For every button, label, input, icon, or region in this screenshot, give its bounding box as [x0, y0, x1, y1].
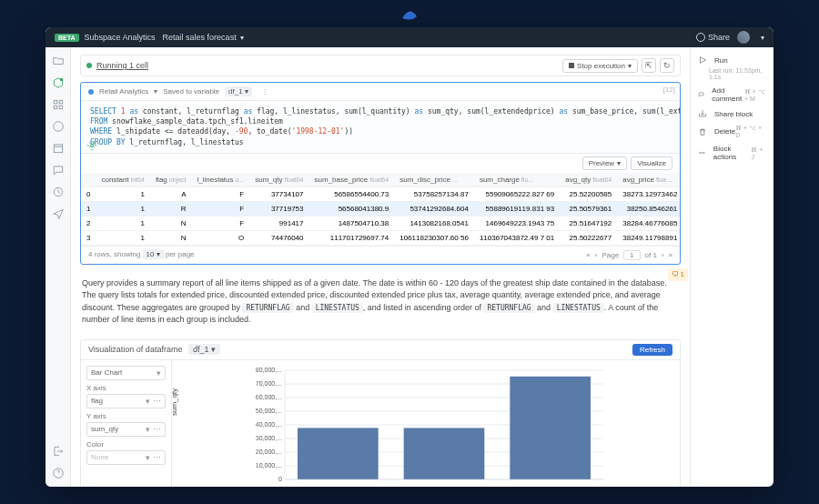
- visualization-cell: Visualization of dataframe df_1 ▾ Refres…: [80, 339, 681, 487]
- table-header[interactable]: sum_base_pricefloat64: [309, 173, 395, 187]
- app-window: BETA Subspace Analytics Retail sales for…: [46, 27, 774, 487]
- svg-point-38: [703, 152, 704, 153]
- svg-point-36: [700, 152, 701, 153]
- svg-text:0: 0: [278, 476, 282, 482]
- viz-title: Visualization of dataframe: [88, 345, 182, 354]
- sql-editor[interactable]: SELECT 1 as constant, l_returnflag as fl…: [81, 101, 680, 153]
- pin-icon[interactable]: ⇱: [642, 58, 656, 73]
- document-title[interactable]: Retail sales forecast: [163, 33, 237, 42]
- pagination: 4 rows, showing 10 ▾ per page « ‹ Page 1…: [81, 246, 680, 264]
- chevron-down-icon: ▾: [628, 62, 632, 70]
- page-input[interactable]: 1: [623, 250, 640, 260]
- clock-icon[interactable]: [52, 186, 65, 198]
- page-first-icon[interactable]: «: [586, 251, 590, 259]
- y-axis-label: sum_qty: [170, 388, 178, 416]
- engine-label[interactable]: Retail Analytics: [99, 87, 148, 96]
- table-row[interactable]: 11RF3771975356568041380.953741292684.604…: [81, 201, 680, 216]
- chevron-down-icon[interactable]: ▾: [154, 87, 157, 96]
- apps-icon[interactable]: [52, 98, 65, 111]
- svg-rect-4: [59, 106, 63, 109]
- table-header[interactable]: avg_qtyfloat64: [560, 173, 617, 187]
- calendar-icon[interactable]: [52, 142, 65, 155]
- app-name: Subspace Analytics: [85, 33, 156, 42]
- table-header[interactable]: l_linestatuso...: [191, 173, 249, 187]
- table-row[interactable]: 31NO74476040111701729697.74106118230307.…: [81, 230, 680, 245]
- description-cell[interactable]: 🗨 1 Query provides a summary report of a…: [80, 274, 681, 330]
- xaxis-select[interactable]: flag▾ ⋯: [86, 394, 166, 408]
- chevron-down-icon[interactable]: ▾: [240, 34, 244, 42]
- last-run-text: Last run: 11:53pm, 1.1s: [709, 67, 768, 80]
- svg-rect-32: [510, 377, 591, 479]
- saved-label: Saved to variable: [163, 87, 219, 96]
- svg-rect-6: [54, 145, 62, 153]
- svg-text:N: N: [548, 486, 552, 487]
- send-icon[interactable]: [52, 207, 65, 220]
- cell-menu-icon[interactable]: ⋮: [261, 87, 268, 96]
- logout-icon[interactable]: [52, 445, 65, 458]
- svg-text:40,000,...: 40,000,...: [256, 421, 282, 428]
- svg-text:70,000,...: 70,000,...: [256, 380, 282, 387]
- color-select[interactable]: None▾ ⋯: [86, 450, 166, 465]
- preview-button[interactable]: Preview ▾: [582, 156, 627, 170]
- bar-chart: sum_qty 010,000,...20,000,...30,000,...4…: [172, 360, 680, 487]
- share-label: Share: [708, 33, 730, 42]
- comment-badge[interactable]: 🗨 1: [668, 268, 688, 281]
- refresh-icon[interactable]: ↻: [660, 58, 674, 73]
- svg-text:60,000,...: 60,000,...: [256, 394, 282, 400]
- table-header[interactable]: constantint64: [96, 173, 149, 187]
- svg-rect-2: [59, 100, 63, 104]
- table-header[interactable]: sum_chargeflo...: [474, 173, 560, 187]
- table-header[interactable]: avg_pricefloa...: [617, 173, 680, 187]
- page-next-icon[interactable]: ›: [662, 251, 664, 259]
- table-header[interactable]: sum_qtyfloat64: [249, 173, 308, 187]
- chat-icon[interactable]: [52, 164, 65, 176]
- table-row[interactable]: 01AF3773410756586554400.7353758257134.87…: [81, 186, 680, 201]
- refresh-button[interactable]: Refresh: [632, 344, 672, 356]
- help-icon[interactable]: [52, 467, 65, 479]
- status-text[interactable]: Running 1 cell: [96, 61, 148, 70]
- svg-text:A: A: [336, 486, 340, 487]
- brand-logo-icon: [399, 7, 420, 25]
- chart-config-panel: Bar Chart▾ X axis flag▾ ⋯ Y axis sum_qty…: [81, 360, 172, 487]
- hex-icon[interactable]: [52, 76, 65, 89]
- add-comment-action[interactable]: Add comment ⌘ + ⌥ + M: [696, 84, 768, 106]
- chevron-down-icon[interactable]: ▾: [761, 34, 764, 42]
- avatar[interactable]: [737, 31, 750, 44]
- page-prev-icon[interactable]: ‹: [595, 251, 598, 259]
- share-button[interactable]: Share: [696, 33, 730, 42]
- stop-execution-button[interactable]: Stop execution ▾: [562, 59, 638, 73]
- block-actions-action[interactable]: Block actions ⌘ + J: [696, 142, 768, 165]
- color-label: Color: [86, 440, 166, 449]
- svg-rect-1: [54, 100, 57, 104]
- page-size-select[interactable]: 10 ▾: [143, 249, 164, 259]
- status-dot-icon: [86, 63, 92, 68]
- github-icon[interactable]: [52, 120, 65, 133]
- svg-point-37: [702, 152, 703, 153]
- block-actions-panel: Run Last run: 11:53pm, 1.1s Add comment …: [690, 47, 774, 487]
- chart-type-select[interactable]: Bar Chart▾: [86, 366, 166, 380]
- folder-icon[interactable]: [52, 55, 65, 67]
- share-block-action[interactable]: Share block: [696, 106, 768, 122]
- title-bar: BETA Subspace Analytics Retail sales for…: [46, 27, 774, 47]
- visualize-button[interactable]: Visualize: [631, 156, 672, 170]
- run-status-bar: Running 1 cell Stop execution ▾ ⇱ ↻: [80, 55, 681, 76]
- sql-cell[interactable]: [12] Retail Analytics▾ Saved to variable…: [80, 82, 681, 265]
- result-table: constantint64flagobjectl_linestatuso...s…: [81, 173, 680, 246]
- left-sidebar: [46, 47, 71, 487]
- svg-rect-3: [54, 106, 57, 109]
- table-header[interactable]: sum_disc_price...: [394, 173, 474, 187]
- var-chip[interactable]: df_1 ▾: [225, 86, 252, 96]
- notebook-content: Running 1 cell Stop execution ▾ ⇱ ↻ [12]: [71, 47, 690, 487]
- xaxis-label: X axis: [86, 384, 166, 392]
- run-action[interactable]: Run: [696, 53, 768, 68]
- page-last-icon[interactable]: »: [669, 251, 672, 259]
- table-row[interactable]: 21NF9914171487504710.381413082168.054114…: [81, 216, 680, 230]
- svg-rect-30: [404, 428, 485, 479]
- table-header[interactable]: flagobject: [150, 173, 192, 187]
- globe-icon: [696, 33, 705, 42]
- delete-action[interactable]: Delete ⌘ + ⌥ + D: [696, 122, 768, 142]
- viz-var-select[interactable]: df_1 ▾: [188, 344, 220, 355]
- svg-text:50,000,...: 50,000,...: [256, 408, 282, 414]
- yaxis-select[interactable]: sum_qty▾ ⋯: [86, 422, 166, 437]
- table-header[interactable]: [81, 173, 96, 187]
